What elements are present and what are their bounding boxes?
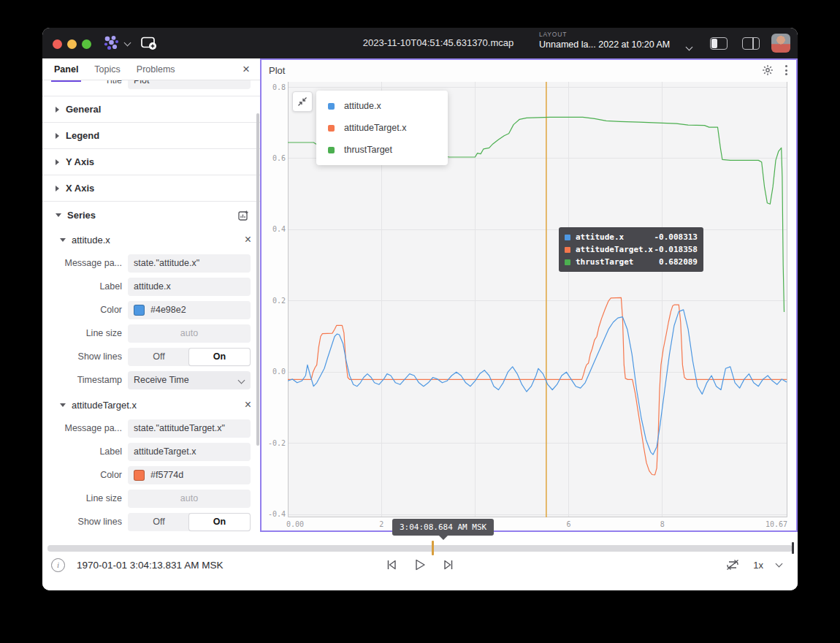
tab-problems[interactable]: Problems xyxy=(132,60,180,79)
settings-scroll-area: Title Plot General Legend Y Axis xyxy=(42,80,260,532)
legend-swatch xyxy=(328,147,335,153)
minimize-window-button[interactable] xyxy=(67,39,77,49)
info-icon[interactable]: i xyxy=(51,558,65,572)
loop-off-icon[interactable] xyxy=(725,558,740,571)
scrubber-hover-tooltip: 3:04:08.684 AM MSK xyxy=(392,519,494,536)
show-lines-on-button[interactable]: On xyxy=(189,514,250,530)
chevron-down-icon[interactable] xyxy=(776,560,783,568)
sidebar-tabbar: Panel Topics Problems × xyxy=(42,58,260,80)
seek-backward-button[interactable] xyxy=(384,558,399,571)
caret-right-icon xyxy=(56,159,59,165)
show-lines-off-button[interactable]: Off xyxy=(129,514,189,530)
field-line-size: Line size auto xyxy=(42,322,260,345)
maximize-window-button[interactable] xyxy=(82,39,91,49)
section-y-axis[interactable]: Y Axis xyxy=(42,149,260,175)
title-input[interactable]: Plot xyxy=(128,80,251,89)
label-input[interactable]: attitudeTarget.x xyxy=(128,443,251,461)
layout-menu[interactable]: LAYOUT Unnamed la... 2022 at 10:20 AM xyxy=(539,31,670,50)
play-button[interactable] xyxy=(413,558,427,571)
timeline-scrubber[interactable] xyxy=(47,545,793,552)
remove-series-icon[interactable]: × xyxy=(245,398,251,411)
series-header-attitude-x[interactable]: attitude.x × xyxy=(42,228,260,251)
main-content: Panel Topics Problems × Title Plot Gener… xyxy=(42,58,798,532)
title-field-label: Title xyxy=(42,80,128,85)
tooltip-swatch xyxy=(565,259,570,265)
color-input[interactable]: #f5774d xyxy=(128,466,251,484)
tooltip-row: attitudeTarget.x -0.018358 xyxy=(565,243,698,256)
x-tick-label: 10.67 xyxy=(765,520,787,528)
field-label: Label attitude.x xyxy=(42,275,260,298)
field-label: Label attitudeTarget.x xyxy=(42,440,260,463)
y-axis-labels: 0.80.60.40.20.0-0.2-0.4 xyxy=(261,82,286,517)
tab-topics[interactable]: Topics xyxy=(90,60,124,79)
caret-right-icon xyxy=(56,186,59,191)
close-window-button[interactable] xyxy=(53,39,62,49)
chevron-down-icon xyxy=(686,44,693,51)
data-source-title[interactable]: 2023-11-10T04:51:45.631370.mcap xyxy=(363,37,513,48)
sidebar-scrollbar[interactable] xyxy=(256,113,259,446)
add-series-icon[interactable] xyxy=(237,209,250,221)
app-menu-chevron-icon[interactable] xyxy=(124,39,131,47)
section-series[interactable]: Series xyxy=(42,202,260,228)
timestamp-select[interactable]: Receive Time xyxy=(128,371,251,389)
kebab-menu-icon[interactable] xyxy=(784,64,789,77)
plot-panel-header: Plot xyxy=(261,60,796,80)
x-tick-label: 6 xyxy=(567,520,571,528)
color-input[interactable]: #4e98e2 xyxy=(128,301,251,319)
y-tick-label: -0.4 xyxy=(261,510,286,518)
series-name: attitudeTarget.x xyxy=(72,400,137,411)
remove-series-icon[interactable]: × xyxy=(245,233,251,246)
label-input[interactable]: attitude.x xyxy=(128,278,251,296)
line-size-input[interactable]: auto xyxy=(128,490,251,508)
right-sidebar-toggle-button[interactable] xyxy=(742,37,760,50)
legend-item[interactable]: thrustTarget xyxy=(316,139,448,161)
field-color: Color #f5774d xyxy=(42,463,260,487)
tooltip-swatch xyxy=(565,247,570,253)
close-sidebar-icon[interactable]: × xyxy=(240,61,253,77)
legend-swatch xyxy=(328,103,335,110)
playback-speed-value[interactable]: 1x xyxy=(753,560,763,571)
hover-values-tooltip: attitude.x -0.008313 attitudeTarget.x -0… xyxy=(559,227,703,272)
field-color: Color #4e98e2 xyxy=(42,298,260,322)
gear-icon[interactable] xyxy=(762,64,774,76)
legend-swatch xyxy=(328,125,335,132)
section-legend[interactable]: Legend xyxy=(42,123,260,149)
legend-label: thrustTarget xyxy=(344,145,392,155)
timestamp-value: Receive Time xyxy=(134,375,189,385)
color-swatch[interactable] xyxy=(134,305,145,316)
field-label: Color xyxy=(42,470,128,480)
section-label: Legend xyxy=(66,130,99,141)
field-line-size: Line size auto xyxy=(42,487,260,510)
tooltip-value: -0.018358 xyxy=(654,245,698,254)
field-show-lines: Show lines Off On xyxy=(42,510,260,532)
user-avatar[interactable] xyxy=(771,34,790,53)
tooltip-value: -0.008313 xyxy=(654,232,698,242)
titlebar: 2023-11-10T04:51:45.631370.mcap LAYOUT U… xyxy=(42,28,798,58)
left-sidebar-toggle-button[interactable] xyxy=(710,37,728,50)
color-swatch[interactable] xyxy=(134,470,145,481)
legend-label: attitude.x xyxy=(344,101,381,111)
legend-item[interactable]: attitudeTarget.x xyxy=(316,117,448,139)
collapse-legend-button[interactable] xyxy=(292,91,313,112)
plot-legend: attitude.x attitudeTarget.x thrustTarget xyxy=(316,91,448,165)
legend-item[interactable]: attitude.x xyxy=(316,95,448,117)
show-lines-off-button[interactable]: Off xyxy=(129,349,189,365)
add-panel-button[interactable] xyxy=(140,35,158,51)
plot-panel[interactable]: Plot 0.80.60.40.20.0-0.2-0.4 0.00246810.… xyxy=(260,58,798,532)
section-x-axis[interactable]: X Axis xyxy=(42,175,260,202)
field-label: Show lines xyxy=(42,351,128,362)
message-path-input[interactable]: state."attitudeTarget.x" xyxy=(128,419,251,438)
series-header-attitude-target-x[interactable]: attitudeTarget.x × xyxy=(42,393,260,416)
y-tick-label: 0.6 xyxy=(261,154,286,162)
field-label: Label xyxy=(42,446,128,457)
field-label: Show lines xyxy=(42,517,128,527)
field-label: Message pa... xyxy=(42,258,128,268)
tab-panel[interactable]: Panel xyxy=(50,60,83,79)
show-lines-on-button[interactable]: On xyxy=(189,349,250,365)
section-general[interactable]: General xyxy=(42,96,260,123)
section-label: Series xyxy=(67,210,96,221)
plot-panel-title: Plot xyxy=(269,65,285,76)
message-path-input[interactable]: state."attitude.x" xyxy=(128,254,251,273)
line-size-input[interactable]: auto xyxy=(128,324,251,343)
seek-forward-button[interactable] xyxy=(441,558,456,571)
